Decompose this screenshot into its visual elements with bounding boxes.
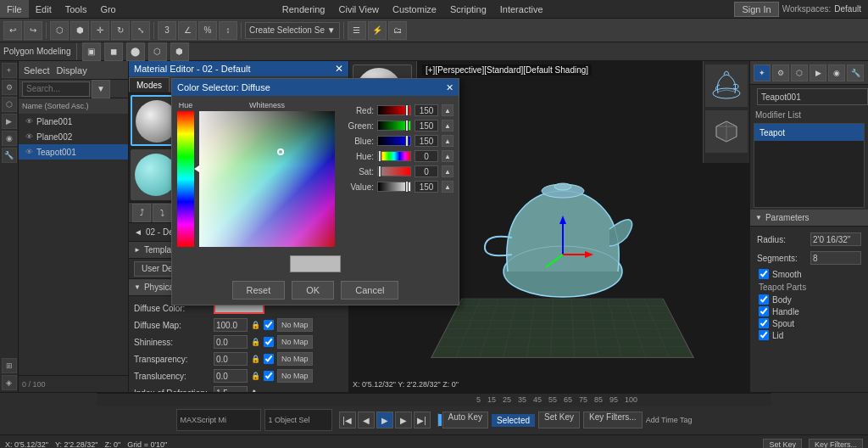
transparency-check[interactable]: [264, 354, 274, 364]
scene-filter-btn[interactable]: ▼: [92, 80, 110, 98]
green-value-input[interactable]: [415, 120, 438, 132]
model-btn-2[interactable]: ◼: [104, 42, 123, 61]
sign-in-button[interactable]: Sign In: [734, 2, 778, 17]
mat-tab-modes[interactable]: Modes: [129, 77, 170, 92]
percent-snap[interactable]: %: [198, 21, 217, 40]
prev-key-btn[interactable]: ◀: [358, 412, 375, 428]
model-btn-4[interactable]: ⬡: [148, 42, 167, 61]
scene-explorer-btn[interactable]: 🗂: [388, 21, 407, 40]
translucency-no-map-btn[interactable]: No Map: [277, 369, 313, 383]
diffuse-map-check[interactable]: [264, 320, 274, 330]
motion-icon[interactable]: ▶: [2, 114, 17, 129]
body-checkbox[interactable]: [759, 294, 769, 305]
maxscript-mini[interactable]: MAXScript Mi: [176, 409, 261, 431]
mat-nav-arrow-left[interactable]: ◄: [134, 227, 142, 237]
menu-scripting[interactable]: Scripting: [443, 0, 493, 18]
menu-edit[interactable]: Edit: [29, 0, 58, 18]
value-slider[interactable]: [377, 182, 411, 192]
viewport-layout-icon[interactable]: ⊞: [2, 358, 17, 373]
model-btn-5[interactable]: ⬢: [170, 42, 189, 61]
red-value-input[interactable]: [415, 104, 438, 116]
rotate-button[interactable]: ↻: [111, 21, 130, 40]
blue-slider[interactable]: [377, 136, 411, 146]
menu-civil[interactable]: Civil View: [332, 0, 386, 18]
green-slider[interactable]: [377, 120, 411, 131]
lid-checkbox[interactable]: [759, 330, 769, 340]
prev-frame-btn[interactable]: |◀: [339, 412, 356, 428]
segments-input[interactable]: [810, 251, 861, 265]
transparency-input[interactable]: [214, 352, 248, 366]
add-time-tag-btn[interactable]: Add Time Tag: [646, 416, 693, 424]
menu-gro[interactable]: Gro: [93, 0, 122, 18]
modify-icon[interactable]: ⚙: [2, 80, 17, 95]
color-dialog-close-btn[interactable]: ✕: [446, 82, 453, 93]
layer-mgr-btn[interactable]: ☰: [348, 21, 366, 40]
snap-toggle[interactable]: 3: [158, 21, 176, 40]
play-btn[interactable]: ▶: [376, 412, 393, 428]
hue-gradient[interactable]: [177, 111, 194, 247]
transparency-lock[interactable]: 🔒: [251, 355, 260, 363]
spout-checkbox[interactable]: [759, 318, 769, 328]
shininess-no-map-btn[interactable]: No Map: [277, 335, 313, 349]
mat-put-btn[interactable]: ⤵: [153, 204, 171, 222]
red-up-btn[interactable]: ▲: [442, 104, 453, 116]
next-key-btn[interactable]: ▶: [395, 412, 412, 428]
select-button[interactable]: ⬡: [50, 21, 69, 40]
ior-lock[interactable]: ⬆: [251, 389, 258, 392]
radius-input[interactable]: [810, 232, 861, 246]
mat-editor-icon[interactable]: ◈: [2, 375, 17, 390]
menu-customize[interactable]: Customize: [386, 0, 443, 18]
modifier-item-teapot[interactable]: Teapot: [754, 124, 864, 141]
translucency-input[interactable]: [214, 369, 248, 383]
translucency-check[interactable]: [264, 371, 274, 381]
translucency-lock[interactable]: 🔒: [251, 372, 260, 380]
rs-create-btn[interactable]: ✦: [754, 64, 771, 81]
rs-hierarchy-btn[interactable]: ⬡: [791, 64, 808, 81]
mat-pick-btn[interactable]: ⤴: [132, 204, 151, 222]
green-up-btn[interactable]: ▲: [442, 120, 453, 132]
scale-button[interactable]: ⤡: [131, 21, 150, 40]
angle-snap[interactable]: ∠: [178, 21, 197, 40]
viewport-3d-scene[interactable]: [422, 80, 703, 392]
hue-value-input[interactable]: [415, 150, 438, 162]
params-header[interactable]: ▼ Parameters: [750, 210, 868, 227]
scene-tab-display[interactable]: Display: [57, 65, 87, 76]
selection-set-dropdown[interactable]: Create Selection Se ▼: [245, 22, 340, 39]
menu-rendering[interactable]: Rendering: [275, 0, 332, 18]
set-key-button[interactable]: Set Key: [538, 412, 580, 428]
diffuse-map-lock[interactable]: 🔒: [251, 321, 260, 329]
display-icon[interactable]: ◉: [2, 131, 17, 146]
red-slider[interactable]: [377, 105, 411, 115]
set-key-status-btn[interactable]: Set Key: [763, 439, 802, 449]
scene-item-teapot001[interactable]: 👁 Teapot001: [19, 144, 128, 160]
scene-item-plane001[interactable]: 👁 Plane001: [19, 114, 128, 129]
menu-interactive[interactable]: Interactive: [493, 0, 550, 18]
rs-motion-btn[interactable]: ▶: [810, 64, 826, 81]
shininess-lock[interactable]: 🔒: [251, 338, 260, 346]
reset-button[interactable]: Reset: [232, 281, 286, 300]
modifier-list[interactable]: Teapot: [754, 123, 865, 208]
shininess-input[interactable]: [214, 335, 248, 349]
menu-tools[interactable]: Tools: [58, 0, 94, 18]
key-filters-status-btn[interactable]: Key Filters...: [809, 439, 863, 449]
smooth-checkbox[interactable]: [759, 269, 769, 279]
scene-item-plane002[interactable]: 👁 Plane002: [19, 129, 128, 144]
model-btn-3[interactable]: ⬤: [126, 42, 145, 61]
handle-checkbox[interactable]: [759, 306, 769, 316]
ior-input[interactable]: [214, 386, 248, 392]
rs-modify-btn[interactable]: ⚙: [772, 64, 789, 81]
sat-up-btn[interactable]: ▲: [442, 165, 453, 177]
spinner-snap[interactable]: ↕: [219, 21, 237, 40]
utilities-icon[interactable]: 🔧: [2, 148, 17, 163]
diffuse-map-input[interactable]: 100.0: [214, 318, 248, 332]
ribbon-btn[interactable]: ⚡: [368, 21, 387, 40]
key-filters-button[interactable]: Key Filters...: [583, 412, 643, 428]
select-region-button[interactable]: ⬢: [70, 21, 89, 40]
scene-search-input[interactable]: [22, 81, 90, 97]
next-frame-btn[interactable]: ▶|: [414, 412, 431, 428]
color-picker-area[interactable]: [199, 111, 335, 247]
sat-slider[interactable]: [377, 166, 411, 176]
scene-tab-select[interactable]: Select: [24, 65, 50, 76]
val-value-input[interactable]: [415, 181, 438, 193]
timeline-scrubber[interactable]: [437, 413, 439, 427]
